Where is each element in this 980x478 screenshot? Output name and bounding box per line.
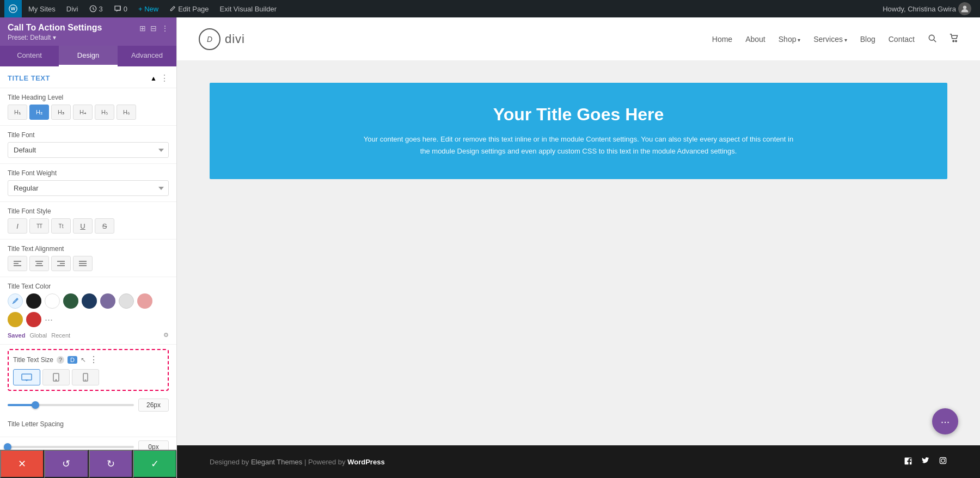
panel-preset[interactable]: Preset: Default ▾ <box>8 34 169 41</box>
title-size-badge[interactable]: D <box>68 356 77 364</box>
title-size-input[interactable] <box>138 399 169 412</box>
heading-h2-btn[interactable]: H₂ <box>29 105 49 120</box>
heading-level-row: Title Heading Level H₁ H₂ H₃ H₄ H₅ H₆ <box>0 88 176 126</box>
redo-button[interactable]: ↻ <box>89 450 133 478</box>
font-row: Title Font Default <box>0 126 176 164</box>
color-black[interactable] <box>26 293 41 309</box>
align-center-btn[interactable] <box>29 256 49 271</box>
section-dots-icon[interactable]: ⋮ <box>160 73 169 83</box>
svg-rect-16 <box>22 374 32 380</box>
instagram-icon[interactable] <box>939 456 947 467</box>
admin-bar: W My Sites Divi 3 0 + New Edit Page Exit… <box>0 0 980 17</box>
font-weight-select[interactable]: Regular <box>8 180 169 196</box>
desktop-view-btn[interactable] <box>13 369 40 385</box>
svg-point-20 <box>56 379 57 381</box>
updates-link[interactable]: 3 <box>85 0 107 17</box>
italic-btn[interactable]: I <box>8 218 27 234</box>
svg-text:W: W <box>11 6 16 11</box>
search-icon[interactable] <box>928 34 936 45</box>
eyedropper-tool[interactable] <box>8 293 23 309</box>
nav-shop[interactable]: Shop <box>779 35 800 44</box>
elegant-themes-link[interactable]: Elegant Themes <box>251 458 302 466</box>
floating-action-button[interactable]: ··· <box>932 408 958 434</box>
color-light-gray[interactable] <box>119 293 134 309</box>
color-dark-blue[interactable] <box>82 293 97 309</box>
title-size-help[interactable]: ? <box>57 356 64 364</box>
font-select[interactable]: Default <box>8 142 169 158</box>
tab-content[interactable]: Content <box>0 46 59 66</box>
uppercase-btn[interactable]: TT <box>29 218 49 234</box>
heading-h5-btn[interactable]: H₅ <box>95 105 114 120</box>
nav-services[interactable]: Services <box>813 35 847 44</box>
title-size-more[interactable]: ⋮ <box>89 354 98 365</box>
comments-link[interactable]: 0 <box>109 0 132 17</box>
color-dark-green[interactable] <box>63 293 78 309</box>
saved-colors-tab[interactable]: Saved <box>8 332 25 339</box>
font-weight-row: Title Font Weight Regular <box>0 164 176 202</box>
title-size-label: Title Text Size <box>13 356 53 364</box>
align-left-btn[interactable] <box>8 256 27 271</box>
tab-advanced[interactable]: Advanced <box>118 46 176 66</box>
twitter-icon[interactable] <box>921 456 930 467</box>
more-colors-btn[interactable]: ··· <box>45 314 53 326</box>
my-sites-menu[interactable]: My Sites <box>24 0 60 17</box>
align-right-btn[interactable] <box>51 256 71 271</box>
heading-h1-btn[interactable]: H₁ <box>8 105 27 120</box>
undo-button[interactable]: ↺ <box>44 450 88 478</box>
align-justify-btn[interactable] <box>73 256 93 271</box>
global-colors-tab[interactable]: Global <box>29 332 47 339</box>
avatar <box>958 2 971 15</box>
svg-point-26 <box>955 40 957 41</box>
mobile-view-btn[interactable] <box>72 369 99 385</box>
facebook-icon[interactable] <box>904 456 912 467</box>
site-logo: D divi <box>199 28 245 50</box>
color-red[interactable] <box>26 312 41 327</box>
wordpress-link[interactable]: WordPress <box>347 458 384 466</box>
slider-thumb[interactable] <box>32 401 39 409</box>
divi-menu[interactable]: Divi <box>62 0 83 17</box>
letter-spacing-slider[interactable] <box>8 446 134 448</box>
panel-more-icon[interactable]: ⋮ <box>161 24 169 33</box>
strikethrough-btn[interactable]: S <box>95 218 114 234</box>
save-button[interactable]: ✓ <box>133 450 177 478</box>
cart-icon[interactable] <box>950 34 958 45</box>
nav-home[interactable]: Home <box>712 35 732 44</box>
color-purple[interactable] <box>100 293 115 309</box>
capitalize-btn[interactable]: Tt <box>51 218 71 234</box>
heading-h4-btn[interactable]: H₄ <box>73 105 93 120</box>
cancel-button[interactable]: ✕ <box>0 450 44 478</box>
nav-blog[interactable]: Blog <box>860 35 875 44</box>
nav-about[interactable]: About <box>745 35 765 44</box>
page-content-area <box>177 201 980 445</box>
heading-h3-btn[interactable]: H₃ <box>51 105 71 120</box>
section-collapse-icon[interactable]: ▲ <box>150 75 157 82</box>
edit-page-link[interactable]: Edit Page <box>165 0 213 17</box>
heading-h6-btn[interactable]: H₆ <box>117 105 136 120</box>
title-text-section-header: Title Text ▲ ⋮ <box>0 66 176 88</box>
color-white[interactable] <box>45 293 60 309</box>
color-settings-gear[interactable]: ⚙ <box>163 332 169 339</box>
underline-btn[interactable]: U <box>73 218 93 234</box>
panel-grid-icon[interactable]: ⊟ <box>150 24 157 33</box>
color-yellow[interactable] <box>8 312 23 327</box>
letter-spacing-row: Title Letter Spacing <box>0 415 176 437</box>
color-pink[interactable] <box>137 293 152 309</box>
hero-section: Your Title Goes Here Your content goes h… <box>210 83 947 179</box>
recent-colors-tab[interactable]: Recent <box>51 332 70 339</box>
panel-maximize-icon[interactable]: ⊞ <box>139 24 146 33</box>
tab-design[interactable]: Design <box>59 46 118 66</box>
color-tabs: Saved Global Recent ⚙ <box>8 332 169 339</box>
title-size-arrow[interactable]: ↖ <box>81 356 86 364</box>
svg-point-28 <box>941 459 945 462</box>
heading-level-buttons: H₁ H₂ H₃ H₄ H₅ H₆ <box>8 105 169 120</box>
user-greeting[interactable]: Howdy, Christina Gwira <box>878 2 976 15</box>
new-content-button[interactable]: + New <box>134 0 163 17</box>
text-alignment-row: Title Text Alignment <box>0 240 176 277</box>
title-size-slider[interactable] <box>8 404 134 406</box>
exit-builder-link[interactable]: Exit Visual Builder <box>216 0 281 17</box>
letter-spacing-label: Title Letter Spacing <box>8 420 169 428</box>
font-weight-label: Title Font Weight <box>8 169 169 177</box>
nav-contact[interactable]: Contact <box>889 35 915 44</box>
tablet-view-btn[interactable] <box>42 369 70 385</box>
wp-logo[interactable]: W <box>4 0 22 17</box>
